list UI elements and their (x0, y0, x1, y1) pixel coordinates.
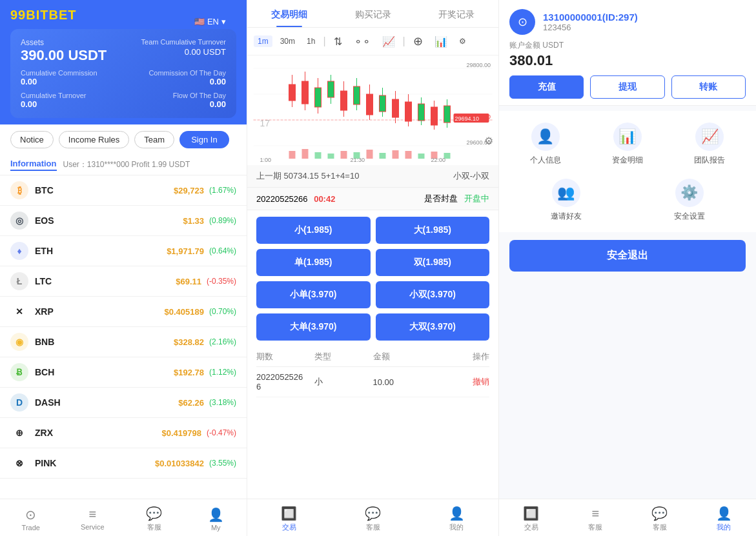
coin-change: (3.55%) (209, 459, 236, 468)
coin-item-pink[interactable]: ⊗ PINK $0.01033842 (3.55%) (0, 448, 247, 479)
chart-indicator-icon[interactable]: 📊 (431, 34, 451, 49)
menu-icon: 📈 (695, 123, 724, 151)
chart-1m[interactable]: 1m (254, 35, 272, 47)
tab-buy-record[interactable]: 购买记录 (331, 0, 415, 27)
coin-name: PINK (35, 458, 155, 468)
tab-trade-detail[interactable]: 交易明细 (247, 0, 331, 27)
menu-item[interactable]: 📈 团队报告 (674, 123, 746, 166)
coin-item-btc[interactable]: ₿ BTC $29,723 (1.67%) (0, 175, 247, 206)
user-row: ⊙ 13100000001(ID:297) 123456 (509, 9, 746, 35)
coin-icon: Ł (10, 272, 28, 290)
right-header: ⊙ 13100000001(ID:297) 123456 账户金额 USDT 3… (499, 0, 756, 106)
chart-30m[interactable]: 30m (276, 35, 299, 47)
bet-button[interactable]: 大(1.985) (376, 217, 490, 244)
menu-item[interactable]: 📊 资金明细 (591, 123, 663, 166)
transfer-button[interactable]: 转账 (671, 75, 746, 99)
mid-footer-trade[interactable]: 🔲 交易 (247, 503, 331, 535)
signin-button[interactable]: Sign In (179, 131, 229, 148)
bet-button[interactable]: 大单(3.970) (256, 313, 371, 341)
customer-icon: 💬 (146, 506, 162, 521)
order-type: 小 (314, 376, 373, 388)
day-commission-value: 0.00 (123, 77, 226, 86)
footer-service[interactable]: ≡ Service (62, 503, 124, 535)
income-rules-button[interactable]: Income Rules (59, 131, 129, 148)
right-footer-my[interactable]: 👤 我的 (692, 503, 757, 535)
coin-item-bch[interactable]: Ƀ BCH $192.78 (1.12%) (0, 357, 247, 388)
service-label: Service (81, 523, 105, 531)
svg-text:29694.10: 29694.10 (455, 115, 480, 122)
menu-label: 资金明细 (612, 155, 643, 166)
right-footer-trade[interactable]: 🔲 交易 (499, 503, 564, 535)
coin-change: (0.89%) (209, 216, 236, 225)
cum-turnover-value: 0.00 (21, 99, 123, 109)
bet-button[interactable]: 单(1.985) (256, 249, 371, 276)
menu-label: 安全设置 (674, 211, 705, 222)
order-amount: 10.00 (373, 377, 431, 387)
logout-button[interactable]: 安全退出 (509, 240, 746, 272)
bet-button[interactable]: 小单(3.970) (256, 281, 371, 308)
chart-area: 29800.00 29694.10 29600.00 29694.10 (247, 55, 498, 165)
right-footer-customer[interactable]: 💬 客服 (628, 503, 692, 535)
chart-bar-icon[interactable]: ⚬⚬ (350, 34, 374, 49)
mid-panel: 交易明细 购买记录 开奖记录 1m 30m 1h | ⇅ ⚬⚬ 📈 | ⊕ 📊 … (247, 0, 499, 536)
order-header: 期数 类型 金额 操作 (256, 347, 489, 367)
tab-lottery-record[interactable]: 开奖记录 (414, 0, 498, 27)
service-icon: ≡ (88, 507, 96, 522)
coin-item-eos[interactable]: ◎ EOS $1.33 (0.89%) (0, 206, 247, 236)
withdraw-button[interactable]: 提现 (590, 75, 664, 99)
mid-tabs: 交易明细 购买记录 开奖记录 (247, 0, 498, 28)
footer-trade[interactable]: ⊙ Trade (0, 503, 62, 535)
menu-item-2[interactable]: 👥 邀请好友 (509, 179, 622, 222)
left-footer: ⊙ Trade ≡ Service 💬 客服 👤 My (0, 499, 247, 536)
coin-name: XRP (35, 306, 165, 317)
bet-button[interactable]: 双(1.985) (376, 249, 490, 276)
notice-button[interactable]: Notice (10, 131, 54, 148)
mid-footer-customer[interactable]: 💬 客服 (331, 503, 415, 535)
coin-item-bnb[interactable]: ◉ BNB $328.82 (2.16%) (0, 327, 247, 357)
coin-item-zrx[interactable]: ⊕ ZRX $0.419798 (-0.47%) (0, 418, 247, 448)
team-button[interactable]: Team (134, 131, 174, 148)
svg-text:1:00: 1:00 (260, 157, 272, 163)
chart-1h[interactable]: 1h (303, 35, 319, 47)
right-customer-label: 客服 (653, 522, 667, 532)
info-tab[interactable]: Information (10, 159, 57, 171)
coin-icon: ◎ (10, 212, 28, 230)
chart-gear-icon[interactable]: ⚙ (484, 135, 493, 147)
coin-item-dash[interactable]: D DASH $62.26 (3.18%) (0, 388, 247, 418)
coin-item-xrp[interactable]: ✕ XRP $0.405189 (0.70%) (0, 297, 247, 327)
chart-line-icon[interactable]: 📈 (378, 34, 399, 49)
coin-change: (1.12%) (209, 368, 236, 377)
svg-rect-35 (289, 151, 296, 159)
mid-footer-my[interactable]: 👤 我的 (414, 503, 498, 535)
deposit-button[interactable]: 充值 (509, 75, 584, 99)
svg-rect-38 (328, 154, 334, 159)
chart-add-icon[interactable]: ⊕ (409, 33, 427, 50)
footer-my[interactable]: 👤 My (185, 503, 247, 535)
footer-customer[interactable]: 💬 客服 (123, 503, 185, 535)
bet-button[interactable]: 小(1.985) (256, 217, 371, 244)
bet-button[interactable]: 大双(3.970) (376, 313, 490, 341)
menu-icon: 👤 (531, 123, 560, 151)
cancel-button[interactable]: 撤销 (431, 376, 489, 388)
day-flow-label: Flow Of The Day (123, 92, 226, 99)
left-header: 99BITBET 🇺🇸 EN ▾ Assets 390.00 USDT Team… (0, 0, 247, 124)
menu-item[interactable]: 👤 个人信息 (509, 123, 581, 166)
coin-item-eth[interactable]: ♦ ETH $1,971.79 (0.64%) (0, 236, 247, 266)
bet-button[interactable]: 小双(3.970) (376, 281, 490, 308)
user-num: 123456 (543, 23, 746, 32)
coin-item-ltc[interactable]: Ł LTC $69.11 (-0.35%) (0, 266, 247, 297)
coin-change: (0.64%) (209, 246, 236, 255)
coin-name: DASH (35, 397, 178, 408)
left-panel: 99BITBET 🇺🇸 EN ▾ Assets 390.00 USDT Team… (0, 0, 247, 536)
svg-rect-26 (393, 99, 399, 117)
chart-candle-icon[interactable]: ⇅ (330, 34, 346, 49)
right-panel: ⊙ 13100000001(ID:297) 123456 账户金额 USDT 3… (499, 0, 756, 536)
chart-settings-icon[interactable]: ⚙ (455, 35, 470, 47)
lang-switcher[interactable]: 🇺🇸 EN ▾ (194, 17, 226, 26)
my-label: My (211, 524, 221, 531)
menu-item-2[interactable]: ⚙️ 安全设置 (633, 179, 746, 222)
coin-name: BCH (35, 367, 174, 377)
coin-name: BNB (35, 337, 174, 347)
coin-price: $1,971.79 (167, 246, 204, 256)
right-footer-service[interactable]: ≡ 客服 (564, 503, 628, 535)
